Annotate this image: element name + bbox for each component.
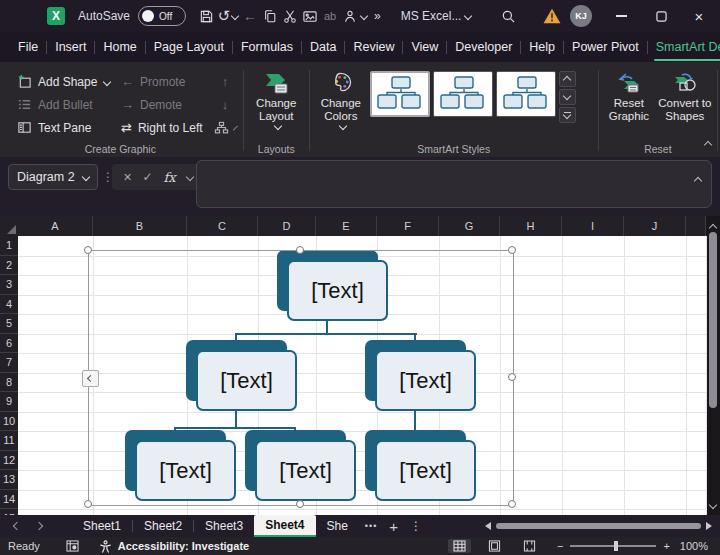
avatar[interactable]: KJ (570, 5, 592, 27)
selection-handle[interactable] (84, 500, 92, 508)
sheet-tab-sheet4[interactable]: Sheet4 (254, 515, 315, 537)
row-header-2[interactable]: 2 (0, 256, 18, 276)
autosave-toggle[interactable]: Off (138, 6, 186, 26)
tab-developer[interactable]: Developer (447, 32, 520, 62)
collapse-ribbon-button[interactable] (705, 137, 711, 151)
column-header-H[interactable]: H (500, 216, 562, 236)
more-commands-icon[interactable]: » (374, 9, 381, 23)
tab-home[interactable]: Home (95, 32, 144, 62)
horizontal-scrollbar[interactable] (485, 522, 712, 530)
row-header-7[interactable]: 7 (0, 353, 18, 373)
vertical-scrollbar[interactable] (706, 216, 720, 515)
selection-handle[interactable] (508, 500, 516, 508)
row-header-1[interactable]: 1 (0, 236, 18, 256)
previous-sheet-icon[interactable] (14, 523, 20, 529)
column-header-B[interactable]: B (93, 216, 187, 236)
gallery-down-button[interactable] (559, 89, 576, 105)
fx-chevron-icon[interactable] (185, 173, 193, 181)
horizontal-scroll-thumb[interactable] (496, 523, 701, 529)
row-header-6[interactable]: 6 (0, 334, 18, 354)
column-header-C[interactable]: C (187, 216, 258, 236)
column-header-G[interactable]: G (439, 216, 500, 236)
tab-review[interactable]: Review (345, 32, 402, 62)
selection-handle[interactable] (508, 373, 516, 381)
column-header-A[interactable]: A (18, 216, 93, 236)
tab-insert[interactable]: Insert (47, 32, 94, 62)
cut-icon[interactable] (280, 4, 300, 28)
change-colors-button[interactable]: Change Colors (312, 62, 370, 148)
sheet-tab-sheet3[interactable]: Sheet3 (194, 515, 254, 537)
record-macro-icon[interactable] (66, 540, 79, 552)
warning-icon[interactable] (542, 4, 562, 28)
tab-help[interactable]: Help (521, 32, 563, 62)
maximize-button[interactable] (646, 0, 676, 32)
tab-data[interactable]: Data (302, 32, 344, 62)
accessibility-status[interactable]: Accessibility: Investigate (118, 540, 249, 552)
zoom-slider-thumb[interactable] (614, 541, 618, 551)
zoom-out-button[interactable]: − (557, 540, 563, 552)
new-sheet-button[interactable]: + (389, 518, 398, 535)
collapse-formula-bar-icon[interactable] (695, 170, 701, 188)
selection-handle[interactable] (296, 246, 304, 254)
gallery-up-button[interactable] (559, 71, 576, 87)
paste-picture-icon[interactable] (300, 4, 320, 28)
gallery-more-button[interactable] (559, 107, 576, 123)
insert-function-button[interactable]: fx (163, 170, 175, 185)
undo-icon[interactable]: ↺ (216, 4, 240, 28)
accessibility-icon[interactable] (99, 540, 112, 553)
reset-graphic-button[interactable]: Reset Graphic (602, 62, 656, 148)
document-title[interactable]: MS Excel... (401, 9, 472, 23)
column-header-J[interactable]: J (624, 216, 686, 236)
scroll-left-icon[interactable] (485, 522, 491, 530)
row-header-12[interactable]: 12 (0, 451, 18, 471)
tab-view[interactable]: View (403, 32, 446, 62)
smartart-style-option-3[interactable] (496, 71, 556, 117)
scroll-right-icon[interactable] (706, 522, 712, 530)
row-header-3[interactable]: 3 (0, 275, 18, 295)
sheet-tab-sheet2[interactable]: Sheet2 (133, 515, 193, 537)
text-pane-button[interactable]: Text Pane (14, 117, 118, 138)
column-header-F[interactable]: F (377, 216, 439, 236)
sheet-tab-she[interactable]: She (316, 515, 359, 537)
column-header-E[interactable]: E (316, 216, 377, 236)
tab-page-layout[interactable]: Page Layout (146, 32, 232, 62)
row-header-8[interactable]: 8 (0, 373, 18, 393)
tab-file[interactable]: File (10, 32, 46, 62)
sheet-options-icon[interactable]: ⋮ (410, 519, 422, 533)
minimize-button[interactable] (606, 0, 636, 32)
spreadsheet-grid[interactable]: ABCDEFGHIJ123456789101112131415[Text][Te… (0, 216, 720, 515)
next-sheet-icon[interactable] (36, 523, 42, 529)
page-layout-view-button[interactable] (483, 539, 506, 553)
page-break-preview-button[interactable] (518, 539, 541, 553)
tab-smartart-design[interactable]: SmartArt Design (648, 32, 720, 62)
enter-icon[interactable]: ✓ (143, 170, 153, 184)
close-button[interactable]: × (684, 0, 714, 32)
smartart-selection-frame[interactable] (88, 250, 514, 506)
normal-view-button[interactable] (448, 539, 471, 553)
text-pane-toggle-button[interactable] (82, 370, 99, 387)
selection-handle[interactable] (508, 246, 516, 254)
smartart-style-option-1[interactable] (370, 71, 430, 117)
row-header-11[interactable]: 11 (0, 431, 18, 451)
save-icon[interactable] (196, 4, 216, 28)
scroll-down-icon[interactable] (710, 494, 716, 512)
column-header-I[interactable]: I (562, 216, 624, 236)
vertical-scroll-thumb[interactable] (709, 232, 717, 408)
cancel-icon[interactable]: × (123, 169, 131, 185)
selection-handle[interactable] (296, 500, 304, 508)
formula-input[interactable] (196, 160, 712, 208)
row-header-4[interactable]: 4 (0, 295, 18, 315)
zoom-slider[interactable] (570, 545, 656, 547)
more-sheets-button[interactable]: ••• (365, 521, 377, 531)
select-all-button[interactable] (0, 216, 18, 236)
row-header-5[interactable]: 5 (0, 314, 18, 334)
tab-formulas[interactable]: Formulas (233, 32, 301, 62)
tab-power-pivot[interactable]: Power Pivot (564, 32, 647, 62)
add-shape-button[interactable]: Add Shape (14, 71, 118, 92)
convert-to-shapes-button[interactable]: Convert to Shapes (656, 62, 714, 148)
column-header-D[interactable]: D (258, 216, 316, 236)
row-header-13[interactable]: 13 (0, 470, 18, 490)
row-header-10[interactable]: 10 (0, 412, 18, 432)
name-box[interactable]: Diagram 2 (8, 164, 98, 190)
inking-icon[interactable] (340, 4, 370, 28)
